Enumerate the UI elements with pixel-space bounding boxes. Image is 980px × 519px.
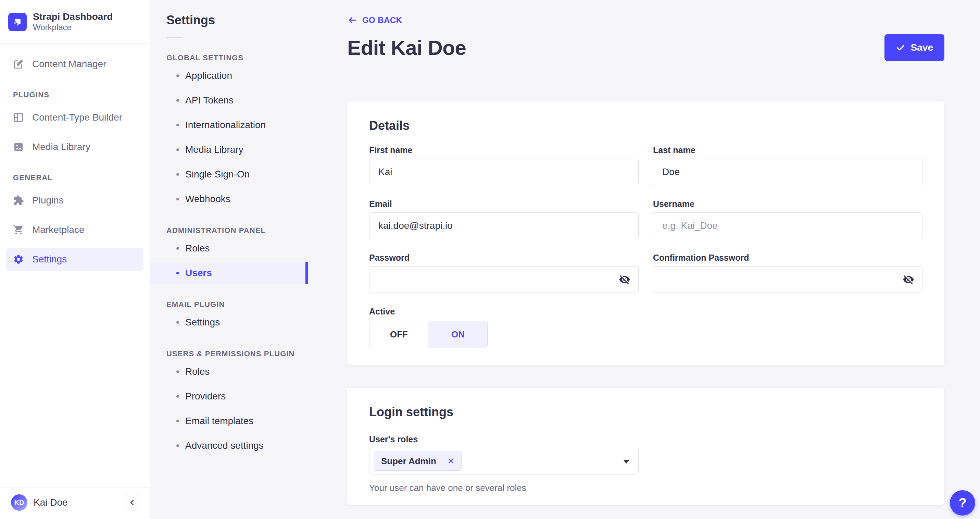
- go-back-link[interactable]: GO BACK: [347, 15, 402, 25]
- bullet-icon: [177, 395, 179, 398]
- password-field-group: Password: [369, 253, 639, 293]
- brand[interactable]: Strapi Dashboard Workplace: [0, 0, 150, 44]
- go-back-label: GO BACK: [362, 16, 402, 25]
- main-content: GO BACK Edit Kai Doe Save Details First …: [308, 0, 980, 519]
- eye-off-icon[interactable]: [619, 274, 630, 285]
- bullet-icon: [177, 370, 179, 373]
- subnav-item-label: Advanced settings: [185, 440, 264, 451]
- subnav-group-users-permissions-plugin: USERS & PERMISSIONS PLUGIN Roles Provide…: [150, 349, 308, 457]
- sidebar-section-plugins: PLUGINS Content-Type Builder: [6, 91, 143, 158]
- puzzle-icon: [13, 195, 24, 206]
- eye-off-icon[interactable]: [903, 274, 914, 285]
- password-label: Password: [369, 253, 639, 263]
- confirmation-password-field[interactable]: [653, 266, 923, 293]
- sidebar-section-general: GENERAL Plugins Marketplace: [6, 174, 143, 271]
- first-name-field-group: First name: [369, 145, 639, 185]
- sidebar-item-plugins[interactable]: Plugins: [6, 189, 143, 212]
- sidebar-item-marketplace[interactable]: Marketplace: [6, 218, 143, 241]
- chevron-down-icon: [623, 460, 629, 463]
- username-field[interactable]: [653, 212, 923, 239]
- save-button[interactable]: Save: [885, 34, 944, 61]
- subnav-item-admin-users[interactable]: Users: [150, 262, 308, 284]
- page-title: Edit Kai Doe: [347, 36, 466, 60]
- collapse-sidebar-button[interactable]: [124, 495, 140, 511]
- subnav-group-global-settings: GLOBAL SETTINGS Application API Tokens I…: [150, 53, 308, 210]
- arrow-left-icon: [347, 15, 358, 25]
- active-label: Active: [369, 307, 923, 317]
- subnav-item-advanced-settings[interactable]: Advanced settings: [150, 435, 308, 457]
- sidebar-item-label: Content-Type Builder: [32, 112, 122, 123]
- main-sidebar: Strapi Dashboard Workplace Content Manag…: [0, 0, 150, 519]
- subnav-item-api-tokens[interactable]: API Tokens: [150, 89, 308, 112]
- subnav-divider: [166, 37, 182, 38]
- sidebar-section-title: PLUGINS: [13, 91, 143, 99]
- sidebar-item-label: Media Library: [32, 142, 91, 153]
- user-roles-label: User's roles: [369, 435, 923, 444]
- subnav-item-single-sign-on[interactable]: Single Sign-On: [150, 163, 308, 186]
- subnav-item-providers[interactable]: Providers: [150, 385, 308, 408]
- sidebar-item-content-manager[interactable]: Content Manager: [6, 53, 143, 75]
- subnav-item-admin-roles[interactable]: Roles: [150, 237, 308, 260]
- save-button-label: Save: [911, 42, 933, 53]
- sidebar-item-settings[interactable]: Settings: [6, 248, 143, 271]
- image-icon: [13, 142, 24, 153]
- remove-role-icon[interactable]: ✕: [447, 456, 454, 466]
- subnav-item-email-settings[interactable]: Settings: [150, 311, 308, 334]
- sidebar-nav: Content Manager PLUGINS Content-Type Bui…: [0, 44, 150, 271]
- last-name-label: Last name: [653, 145, 923, 155]
- sidebar-item-label: Marketplace: [32, 224, 84, 236]
- subnav-item-label: Internationalization: [185, 119, 266, 131]
- subnav-item-internationalization[interactable]: Internationalization: [150, 114, 308, 136]
- first-name-field[interactable]: [369, 159, 639, 185]
- subnav-item-label: Webhooks: [185, 194, 231, 204]
- sidebar-item-media-library[interactable]: Media Library: [6, 136, 143, 158]
- help-button[interactable]: ?: [950, 490, 975, 516]
- subnav-item-up-roles[interactable]: Roles: [150, 360, 308, 383]
- strapi-logo-icon: [8, 13, 27, 31]
- bullet-icon: [177, 74, 179, 77]
- user-menu[interactable]: KD Kai Doe: [11, 494, 118, 511]
- subnav-item-webhooks[interactable]: Webhooks: [150, 188, 308, 210]
- details-card: Details First name Last name Email: [347, 101, 944, 365]
- active-field-group: Active OFF ON: [369, 307, 923, 348]
- active-toggle-off[interactable]: OFF: [369, 321, 428, 348]
- active-toggle-on[interactable]: ON: [428, 321, 487, 348]
- subnav-item-email-templates[interactable]: Email templates: [150, 410, 308, 432]
- subnav-group-administration-panel: ADMINISTRATION PANEL Roles Users: [150, 226, 308, 284]
- chevron-left-icon: [128, 498, 137, 507]
- sidebar-footer: KD Kai Doe: [0, 487, 150, 519]
- last-name-field[interactable]: [653, 159, 923, 185]
- email-field[interactable]: [369, 212, 639, 239]
- username-field-group: Username: [653, 199, 923, 239]
- pen-icon: [13, 59, 24, 70]
- subnav-item-media-library[interactable]: Media Library: [150, 139, 308, 161]
- roles-helper-text: Your user can have one or several roles: [369, 483, 923, 493]
- bullet-icon: [177, 272, 179, 274]
- bullet-icon: [177, 247, 179, 250]
- user-name: Kai Doe: [33, 497, 68, 508]
- subnav-group-title: EMAIL PLUGIN: [166, 300, 308, 309]
- cart-icon: [13, 224, 24, 236]
- sidebar-item-content-type-builder[interactable]: Content-Type Builder: [6, 106, 143, 129]
- details-card-title: Details: [369, 119, 923, 133]
- email-label: Email: [369, 199, 639, 209]
- confirmation-password-label: Confirmation Password: [653, 253, 923, 263]
- subnav-item-application[interactable]: Application: [150, 64, 308, 87]
- settings-subnav: Settings GLOBAL SETTINGS Application API…: [150, 0, 308, 519]
- password-field[interactable]: [369, 266, 639, 293]
- username-label: Username: [653, 199, 923, 209]
- bullet-icon: [177, 444, 179, 447]
- subnav-item-label: Roles: [185, 243, 210, 254]
- sidebar-item-label: Plugins: [32, 195, 64, 206]
- subnav-item-label: Providers: [185, 391, 226, 402]
- confirmation-password-field-group: Confirmation Password: [653, 253, 923, 293]
- subnav-group-email-plugin: EMAIL PLUGIN Settings: [150, 300, 308, 334]
- avatar: KD: [11, 494, 27, 511]
- last-name-field-group: Last name: [653, 145, 923, 185]
- bullet-icon: [177, 173, 179, 176]
- email-field-group: Email: [369, 199, 639, 239]
- role-tag-label: Super Admin: [381, 456, 436, 466]
- user-roles-select[interactable]: Super Admin ✕: [369, 448, 639, 474]
- login-settings-title: Login settings: [369, 405, 923, 419]
- subnav-title: Settings: [166, 13, 308, 27]
